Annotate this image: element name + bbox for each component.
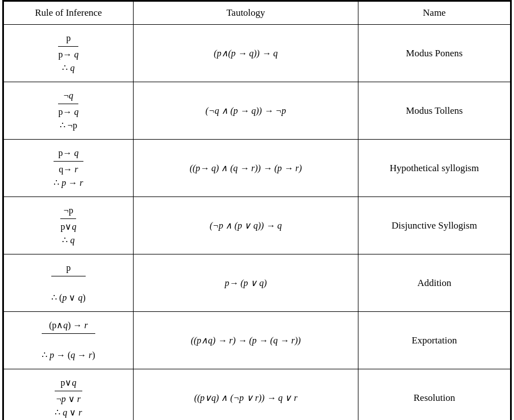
tautology-cell-exportation: ((p∧q) → r) → (p → (q → r))	[133, 312, 358, 369]
name-cell-hyp-syllogism: Hypothetical syllogism	[358, 140, 511, 197]
rule-cell-modus-ponens: pp→ q∴ q	[4, 25, 134, 82]
col-header-tautology: Tautology	[133, 2, 358, 25]
tautology-cell-disj-syllogism: (¬p ∧ (p ∨ q)) → q	[133, 197, 358, 254]
table-row-exportation: (p∧q) → r ∴ p → (q → r)((p∧q) → r) → (p …	[4, 312, 511, 369]
name-cell-modus-ponens: Modus Ponens	[358, 25, 511, 82]
col-header-name: Name	[358, 2, 511, 25]
table-row-disj-syllogism: ¬pp∨q∴ q(¬p ∧ (p ∨ q)) → qDisjunctive Sy…	[4, 197, 511, 254]
rule-cell-disj-syllogism: ¬pp∨q∴ q	[4, 197, 134, 254]
rule-cell-resolution: p∨q¬p ∨ r∴ q ∨ r	[4, 369, 134, 421]
table-row-modus-ponens: pp→ q∴ q(p∧(p → q)) → qModus Ponens	[4, 25, 511, 82]
table-row-resolution: p∨q¬p ∨ r∴ q ∨ r((p∨q) ∧ (¬p ∨ r)) → q ∨…	[4, 369, 511, 421]
table-row-addition: p ∴ (p ∨ q)p→ (p ∨ q)Addition	[4, 254, 511, 312]
table-row-modus-tollens: ¬qp→ q∴ ¬p(¬q ∧ (p → q)) → ¬pModus Tolle…	[4, 82, 511, 140]
rule-cell-hyp-syllogism: p→ qq→ r∴ p → r	[4, 140, 134, 197]
main-table-container: Rule of Inference Tautology Name pp→ q∴ …	[2, 0, 512, 420]
inference-table: Rule of Inference Tautology Name pp→ q∴ …	[3, 1, 511, 420]
col-header-rule: Rule of Inference	[4, 2, 134, 25]
name-cell-modus-tollens: Modus Tollens	[358, 82, 511, 140]
rule-cell-modus-tollens: ¬qp→ q∴ ¬p	[4, 82, 134, 140]
tautology-cell-resolution: ((p∨q) ∧ (¬p ∨ r)) → q ∨ r	[133, 369, 358, 421]
name-cell-addition: Addition	[358, 254, 511, 312]
table-row-hyp-syllogism: p→ qq→ r∴ p → r((p→ q) ∧ (q → r)) → (p →…	[4, 140, 511, 197]
tautology-cell-hyp-syllogism: ((p→ q) ∧ (q → r)) → (p → r)	[133, 140, 358, 197]
name-cell-resolution: Resolution	[358, 369, 511, 421]
tautology-cell-addition: p→ (p ∨ q)	[133, 254, 358, 312]
name-cell-exportation: Exportation	[358, 312, 511, 369]
name-cell-disj-syllogism: Disjunctive Syllogism	[358, 197, 511, 254]
tautology-cell-modus-tollens: (¬q ∧ (p → q)) → ¬p	[133, 82, 358, 140]
rule-cell-exportation: (p∧q) → r ∴ p → (q → r)	[4, 312, 134, 369]
rule-cell-addition: p ∴ (p ∨ q)	[4, 254, 134, 312]
tautology-cell-modus-ponens: (p∧(p → q)) → q	[133, 25, 358, 82]
